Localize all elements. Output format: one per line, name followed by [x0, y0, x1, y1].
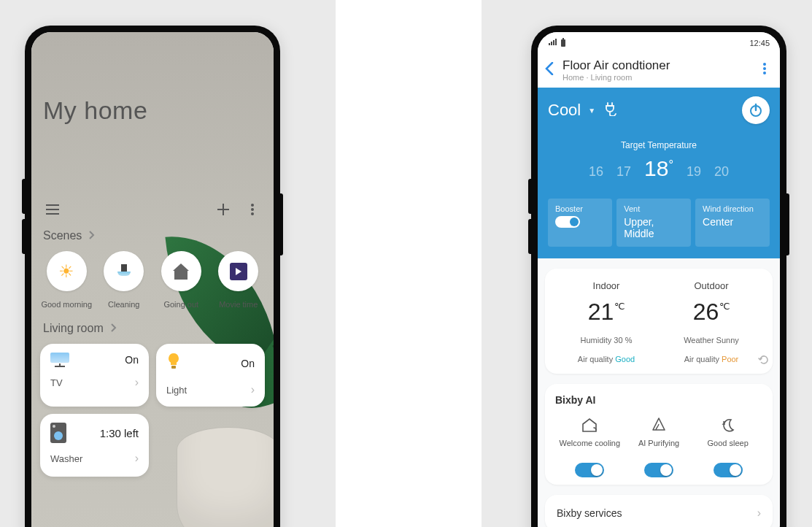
scene-good-morning[interactable]: ☀ Good morning: [40, 251, 93, 310]
washer-icon: [50, 423, 66, 443]
booster-tile[interactable]: Booster: [548, 199, 612, 247]
tv-icon: [50, 353, 69, 367]
outdoor-temp: 26℃: [659, 299, 764, 326]
wind-tile[interactable]: Wind direction Center: [695, 199, 770, 247]
wind-label: Wind direction: [703, 204, 762, 213]
device-tv-card[interactable]: On TV ›: [40, 344, 149, 407]
bulb-icon: [166, 353, 181, 374]
scene-cleaning[interactable]: Cleaning: [98, 251, 151, 310]
status-time: 12:45: [749, 39, 770, 47]
refresh-icon[interactable]: [758, 354, 770, 368]
outdoor-airquality: Air quality Poor: [659, 355, 764, 363]
add-button[interactable]: [215, 201, 231, 218]
indoor-label: Indoor: [554, 280, 659, 291]
booster-toggle[interactable]: [555, 216, 580, 228]
bixby-services-label: Bixby services: [557, 507, 622, 519]
mode-text: Cool: [548, 101, 581, 120]
ai-purifying-toggle[interactable]: [644, 463, 673, 477]
temp-option[interactable]: 20: [714, 164, 729, 180]
vent-label: Vent: [624, 204, 684, 213]
mode-selector[interactable]: Cool ▼: [548, 101, 619, 120]
overflow-button[interactable]: [757, 63, 773, 78]
phone-right: 12:45 Floor Air condtioner Home · Living…: [531, 26, 786, 527]
phone-left: 12:45 My home Scenes: [25, 26, 280, 527]
svg-point-9: [763, 67, 766, 70]
menu-button[interactable]: [45, 201, 61, 218]
chevron-right-icon: ›: [135, 452, 139, 465]
scene-going-out[interactable]: Going out: [155, 251, 208, 310]
temp-option[interactable]: 16: [589, 164, 603, 180]
indoor-humidity: Humidity 30 %: [554, 336, 659, 345]
temp-current[interactable]: 18°: [644, 156, 673, 181]
device-state: On: [125, 354, 139, 366]
chevron-right-icon: ›: [251, 383, 255, 396]
wind-value: Center: [703, 216, 762, 228]
svg-point-8: [763, 63, 766, 66]
device-subtitle: Home · Living room: [562, 73, 748, 82]
welcome-cooling-toggle[interactable]: [575, 463, 604, 477]
vent-value: Upper, Middle: [624, 216, 684, 239]
device-name: TV: [50, 377, 63, 388]
ac-control-panel: Cool ▼ Target Temperature 16 17 18° 19 2…: [538, 88, 780, 258]
sun-icon: ☀: [58, 261, 74, 282]
bixby-item-label: Good sleep: [693, 438, 762, 458]
scene-label: Cleaning: [108, 300, 139, 310]
chevron-right-icon: ›: [135, 376, 139, 389]
bixby-item-label: Welcome cooling: [555, 438, 625, 458]
svg-point-3: [251, 208, 254, 211]
scene-label: Going out: [163, 300, 198, 310]
environment-card: Indoor 21℃ Humidity 30 % Air quality Goo…: [545, 269, 773, 374]
svg-point-10: [763, 72, 766, 74]
good-sleep-icon: [693, 416, 762, 434]
living-room-label: Living room: [43, 322, 104, 335]
overflow-button[interactable]: [244, 201, 260, 218]
chevron-right-icon: ›: [757, 507, 761, 520]
bixby-item-label: AI Purifying: [625, 438, 694, 458]
bixby-ai-purifying[interactable]: AI Purifying: [625, 416, 694, 477]
bixby-services-row[interactable]: Bixby services ›: [545, 495, 773, 527]
device-washer-card[interactable]: 1:30 left Washer ›: [40, 414, 149, 477]
good-sleep-toggle[interactable]: [714, 463, 743, 477]
svg-point-2: [251, 204, 254, 207]
device-name: Light: [166, 385, 187, 396]
scene-movie-time[interactable]: Movie time: [212, 251, 266, 310]
bixby-ai-title: Bixby AI: [555, 394, 762, 406]
screen-home: 12:45 My home Scenes: [31, 32, 274, 527]
back-button[interactable]: [545, 61, 554, 80]
outdoor-label: Outdoor: [659, 280, 764, 291]
indoor-temp: 21℃: [554, 299, 659, 326]
chevron-right-icon: [111, 322, 117, 335]
outdoor-weather: Weather Sunny: [659, 336, 764, 345]
cleaning-icon: [115, 264, 134, 279]
screen-ac: 12:45 Floor Air condtioner Home · Living…: [538, 32, 780, 527]
living-room-header[interactable]: Living room: [43, 322, 265, 335]
chevron-right-icon: [89, 229, 95, 242]
ai-purifying-icon: [625, 416, 694, 434]
booster-label: Booster: [555, 204, 605, 213]
svg-rect-7: [562, 38, 564, 39]
page-title: My home: [43, 96, 265, 125]
temp-option[interactable]: 19: [687, 164, 701, 180]
scenes-label: Scenes: [43, 229, 82, 242]
bixby-welcome-cooling[interactable]: Welcome cooling: [555, 416, 625, 477]
indoor-airquality: Air quality Good: [554, 355, 659, 363]
status-bar: 12:45: [538, 32, 780, 54]
device-title: Floor Air condtioner: [562, 58, 748, 73]
outdoor-column: Outdoor 26℃ Weather Sunny Air quality Po…: [659, 280, 764, 363]
power-button[interactable]: [742, 96, 770, 124]
device-light-card[interactable]: On Light ›: [156, 344, 265, 407]
svg-rect-6: [561, 39, 565, 47]
movie-icon: [230, 263, 247, 280]
device-time: 1:30 left: [100, 427, 139, 439]
temp-option[interactable]: 17: [616, 164, 631, 180]
scene-label: Movie time: [219, 300, 258, 310]
svg-rect-5: [171, 366, 176, 369]
temperature-picker[interactable]: 16 17 18° 19 20: [548, 156, 770, 181]
bixby-good-sleep[interactable]: Good sleep: [693, 416, 762, 477]
plug-icon: [603, 101, 619, 119]
scenes-header[interactable]: Scenes: [43, 229, 265, 242]
device-state: On: [241, 358, 255, 369]
vent-tile[interactable]: Vent Upper, Middle: [616, 199, 691, 247]
indoor-column: Indoor 21℃ Humidity 30 % Air quality Goo…: [554, 280, 659, 363]
house-icon: [173, 264, 189, 280]
